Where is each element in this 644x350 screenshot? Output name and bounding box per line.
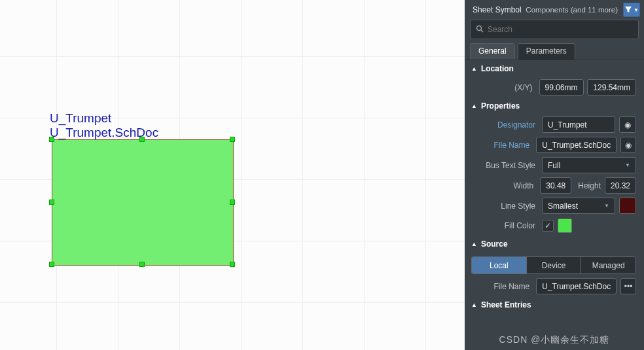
fill-color-label: Fill Color (471, 221, 542, 230)
schematic-canvas[interactable]: U_Trumpet U_Trumpet.SchDoc (0, 0, 465, 350)
height-label: Height (571, 181, 605, 190)
filename-input[interactable]: U_Trumpet.SchDoc (536, 137, 617, 153)
collapse-icon: ▲ (471, 65, 477, 72)
eye-icon: ◉ (624, 120, 631, 130)
resize-handle-tm[interactable] (139, 137, 145, 142)
search-box[interactable] (470, 20, 639, 39)
resize-handle-bm[interactable] (139, 262, 145, 267)
collapse-icon: ▲ (471, 103, 477, 109)
collapse-icon: ▲ (471, 302, 477, 308)
source-local[interactable]: Local (472, 257, 526, 273)
line-style-label: Line Style (471, 201, 542, 211)
search-icon (476, 25, 484, 35)
resize-handle-tl[interactable] (49, 137, 54, 142)
panel-more-text[interactable]: Components (and 11 more) (526, 6, 618, 14)
resize-handle-mr[interactable] (230, 200, 235, 205)
section-properties-header[interactable]: ▲ Properties (465, 97, 643, 114)
section-location-header[interactable]: ▲ Location (465, 60, 643, 77)
eye-icon: ◉ (625, 141, 632, 150)
designator-label: Designator (471, 120, 542, 130)
designator-input[interactable]: U_Trumpet (542, 116, 615, 133)
svg-point-0 (477, 26, 482, 30)
width-label: Width (471, 181, 540, 190)
source-filename-label: File Name (471, 282, 536, 291)
width-input[interactable]: 30.48 (540, 177, 571, 194)
symbol-labels: U_Trumpet U_Trumpet.SchDoc (50, 111, 158, 140)
y-input[interactable]: 129.54mm (587, 79, 636, 96)
source-segmented: Local Device Managed (471, 256, 636, 274)
resize-handle-tr[interactable] (230, 137, 235, 142)
fill-color-swatch[interactable] (558, 219, 572, 233)
section-location-title: Location (481, 64, 514, 73)
resize-handle-br[interactable] (230, 262, 235, 267)
filter-button[interactable]: ▼ (623, 3, 640, 17)
funnel-icon (624, 6, 632, 14)
chevron-down-icon: ▼ (634, 7, 639, 13)
filename-label: File Name (471, 141, 536, 150)
bus-text-style-select[interactable]: Full (542, 157, 636, 173)
xy-label: (X/Y) (471, 83, 539, 92)
visibility-toggle-filename[interactable]: ◉ (620, 137, 636, 153)
visibility-toggle-designator[interactable]: ◉ (619, 116, 636, 133)
height-input[interactable]: 20.32 (605, 177, 636, 194)
section-source-title: Source (481, 239, 508, 249)
collapse-icon: ▲ (471, 241, 477, 247)
tab-parameters[interactable]: Parameters (518, 43, 575, 60)
line-style-select[interactable]: Smallest (542, 198, 615, 214)
search-input[interactable] (488, 25, 633, 34)
source-managed[interactable]: Managed (581, 257, 635, 273)
section-properties-title: Properties (481, 101, 520, 111)
section-sheet-entries-title: Sheet Entries (481, 300, 531, 309)
ellipsis-icon: ••• (624, 282, 633, 291)
properties-panel: Sheet Symbol Components (and 11 more) ▼ … (465, 0, 644, 350)
tab-general[interactable]: General (470, 43, 515, 60)
svg-line-1 (481, 30, 483, 32)
x-input[interactable]: 99.06mm (539, 79, 584, 96)
sheet-symbol[interactable] (52, 139, 234, 266)
panel-title: Sheet Symbol (473, 5, 522, 14)
bus-text-style-label: Bus Text Style (471, 161, 542, 170)
resize-handle-bl[interactable] (49, 262, 54, 267)
resize-handle-ml[interactable] (49, 200, 54, 205)
fill-color-checkbox[interactable]: ✓ (542, 220, 554, 232)
section-source-header[interactable]: ▲ Source (465, 236, 643, 253)
browse-button[interactable]: ••• (620, 278, 636, 294)
line-color-swatch[interactable] (619, 198, 636, 214)
section-sheet-entries-header[interactable]: ▲ Sheet Entries (465, 296, 643, 313)
source-filename-input[interactable]: U_Trumpet.SchDoc (536, 278, 617, 294)
symbol-designator-text[interactable]: U_Trumpet (50, 111, 158, 126)
source-device[interactable]: Device (526, 257, 581, 273)
